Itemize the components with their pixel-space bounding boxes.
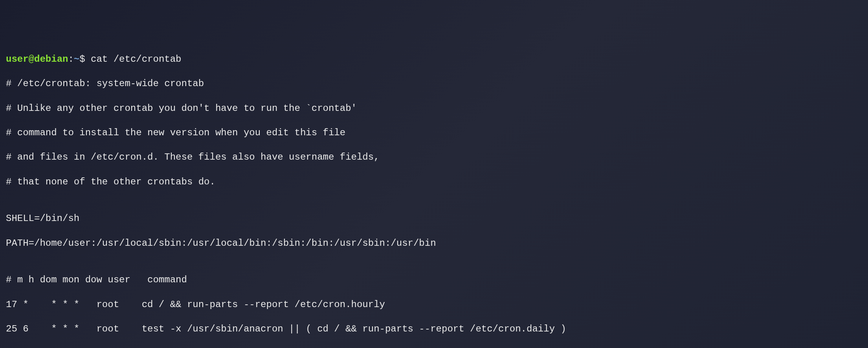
output-line: PATH=/home/user:/usr/local/sbin:/usr/loc… <box>6 237 862 249</box>
output-line: # /etc/crontab: system-wide crontab <box>6 77 862 90</box>
prompt-line-1: user@debian:~$ cat /etc/crontab <box>6 53 862 65</box>
output-line: SHELL=/bin/sh <box>6 212 862 225</box>
prompt-host: debian <box>34 54 68 64</box>
prompt-at: @ <box>29 54 34 64</box>
output-line: # m h dom mon dow user command <box>6 274 862 286</box>
prompt-user: user <box>6 54 29 64</box>
output-line: 25 6 * * * root test -x /usr/sbin/anacro… <box>6 323 862 335</box>
prompt-dollar: $ <box>79 54 91 64</box>
output-line: # Unlike any other crontab you don't hav… <box>6 102 862 114</box>
output-line: 17 * * * * root cd / && run-parts --repo… <box>6 298 862 311</box>
prompt-path: ~ <box>74 54 79 64</box>
prompt-colon: : <box>68 54 73 64</box>
output-line: # that none of the other crontabs do. <box>6 176 862 188</box>
output-line: # command to install the new version whe… <box>6 127 862 139</box>
terminal-window[interactable]: user@debian:~$ cat /etc/crontab # /etc/c… <box>6 53 862 348</box>
output-line: # and files in /etc/cron.d. These files … <box>6 151 862 163</box>
command-text: cat /etc/crontab <box>91 54 181 64</box>
